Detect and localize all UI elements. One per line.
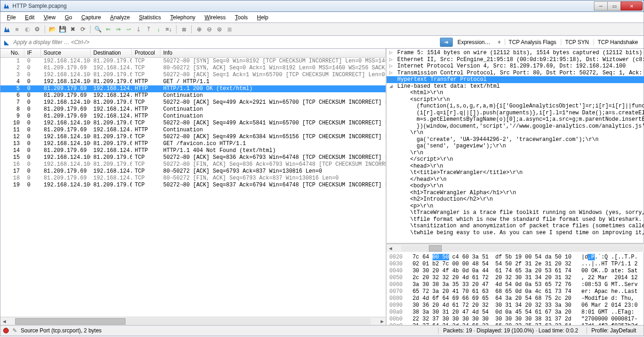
start-capture-icon[interactable] xyxy=(2,25,11,34)
hex-row[interactable]: 0030 02 01 b2 7c 00 00 48 54 54 50 2f 31… xyxy=(389,261,644,268)
tree-row[interactable]: <p>\r\n xyxy=(387,203,644,210)
packet-row[interactable]: 5081.209.179.69192.168.124.1…HTTPHTTP/1.… xyxy=(0,85,386,92)
jump-icon[interactable]: ⤻ xyxy=(124,25,133,34)
menu-view[interactable]: View xyxy=(40,13,59,22)
hex-row[interactable]: 00b0 22 32 37 30 30 30 30 30 30 30 30 30… xyxy=(389,316,644,323)
tree-row[interactable]: (function(i,s,o,g,r,a,m){i['GoogleAnalyt… xyxy=(387,103,644,110)
tree-row[interactable]: \r\n xyxy=(387,150,644,157)
menu-go[interactable]: Go xyxy=(61,13,76,22)
zoom-out-icon[interactable]: ⊖ xyxy=(205,25,214,34)
zoom-reset-icon[interactable]: ⊜ xyxy=(215,25,224,34)
col-dst[interactable]: Destination xyxy=(91,49,132,57)
menu-statistics[interactable]: Statistics xyxy=(135,13,165,22)
col-no[interactable]: No. xyxy=(0,49,24,57)
hex-row[interactable]: 0090 30 36 20 4d 61 72 20 32 30 31 34 20… xyxy=(389,302,644,309)
packet-row[interactable]: 40192.168.124.10081.209.179.69HTTPGET / … xyxy=(0,79,386,85)
packet-row[interactable]: 2081.209.179.69192.168.124.1…TCP80→50272… xyxy=(0,65,386,72)
menu-tools[interactable]: Tools xyxy=(231,13,251,22)
bookmark-icon[interactable]: ◣ xyxy=(2,38,11,46)
resize-columns-icon[interactable]: ⫼ xyxy=(225,25,234,34)
packet-row[interactable]: 30192.168.124.10081.209.179.69TCP50272→8… xyxy=(0,72,386,79)
packet-list-body[interactable]: 10192.168.124.10081.209.179.69TCP50272→8… xyxy=(0,58,386,317)
tree-row[interactable]: \tfile format which is now the standard … xyxy=(387,216,644,223)
filter-tcp-syn[interactable]: TCP SYN xyxy=(561,39,593,45)
edit-icon[interactable]: ✎ xyxy=(12,327,17,334)
restart-capture-icon[interactable]: ◐ xyxy=(23,25,32,34)
tree-row[interactable]: \tsanitization and anonymization of pack… xyxy=(387,223,644,230)
packet-tree[interactable]: ▷ Frame 5: 1514 bytes on wire (12112 bit… xyxy=(387,49,644,244)
reload-icon[interactable]: ⟳ xyxy=(78,25,87,34)
tree-row[interactable]: <h2>Introduction</h2>\r\n xyxy=(387,196,644,203)
hex-pane[interactable]: 0020 7c 64 00 50 c4 60 3a 51 df 5b 19 00… xyxy=(387,252,644,325)
apply-filter-button[interactable]: ➔ xyxy=(440,38,453,47)
tree-row[interactable]: \r\n xyxy=(387,129,644,136)
col-src[interactable]: Source xyxy=(41,49,91,57)
tree-row[interactable]: <head>\r\n xyxy=(387,163,644,170)
packet-row[interactable]: 17081.209.179.69192.168.124.1…TCP80→5027… xyxy=(0,168,386,175)
auto-scroll-icon[interactable]: ≡↓ xyxy=(164,25,173,34)
filter-tcp-flags[interactable]: TCP Analysis Flags xyxy=(505,39,560,45)
packet-row[interactable]: 120192.168.124.10081.209.179.69TCP50272→… xyxy=(0,134,386,140)
menu-edit[interactable]: Edit xyxy=(21,13,38,22)
close-file-icon[interactable]: ✖ xyxy=(68,25,77,34)
find-icon[interactable]: 🔍 xyxy=(93,25,103,34)
tree-row[interactable]: ▷ Transmission Control Protocol, Src Por… xyxy=(387,70,644,77)
hex-row[interactable]: 0060 3a 30 38 3a 35 33 20 47 4d 54 0d 0a… xyxy=(389,281,644,288)
tree-row[interactable]: <script>\r\n xyxy=(387,96,644,103)
tree-row[interactable]: \t<title>TraceWrangler</title>\r\n xyxy=(387,169,644,176)
col-if[interactable]: IF xyxy=(24,49,41,57)
colorize-icon[interactable]: ≣ xyxy=(179,25,188,34)
filter-tcp-handshake[interactable]: TCP Handshake xyxy=(593,39,642,45)
col-proto[interactable]: Protocol xyxy=(132,49,160,57)
goto-packet-icon[interactable]: ↓ xyxy=(154,25,163,34)
packet-row[interactable]: 6081.209.179.69192.168.124.1…HTTPContinu… xyxy=(0,92,386,99)
close-button[interactable]: ✕ xyxy=(621,1,643,11)
packet-row[interactable]: 10192.168.124.10081.209.179.69TCP50272→8… xyxy=(0,58,386,65)
hex-row[interactable]: 00c0 31 37 64 31 2d 34 66 33 66 38 33 35… xyxy=(389,323,644,325)
tree-row[interactable]: (i[r].q=i[r].q||[]).push(arguments)},i[r… xyxy=(387,110,644,117)
goto-last-icon[interactable]: ⤒ xyxy=(144,25,153,34)
packet-row[interactable]: 70192.168.124.10081.209.179.69TCP50272→8… xyxy=(0,99,386,106)
goto-first-icon[interactable]: ⤓ xyxy=(134,25,143,34)
hex-row[interactable]: 0080 2d 4d 6f 64 69 66 69 65 64 3a 20 54… xyxy=(389,295,644,302)
packet-row[interactable]: 11081.209.179.69192.168.124.1…HTTPContin… xyxy=(0,127,386,134)
tree-row[interactable]: })(window,document,'script','//www.googl… xyxy=(387,123,644,130)
hex-row[interactable]: 00a0 38 3a 30 31 20 47 4d 54 0d 0a 45 54… xyxy=(389,309,644,316)
tree-row[interactable]: ▷ Internet Protocol Version 4, Src: 81.2… xyxy=(387,63,644,70)
menu-help[interactable]: Help xyxy=(253,13,272,22)
packet-row[interactable]: 14081.209.179.69192.168.124.1…HTTPHTTP/1… xyxy=(0,147,386,154)
tree-row[interactable]: ▷ Ethernet II, Src: PcEngine_21:95:18 (0… xyxy=(387,56,644,63)
hex-row[interactable]: 0040 30 30 20 4f 4b 0d 0a 44 61 74 65 3a… xyxy=(389,268,644,275)
menu-telephony[interactable]: Telephony xyxy=(166,13,199,22)
tree-row[interactable]: <body>\r\n xyxy=(387,183,644,190)
tree-row[interactable]: ga('send', 'pageview');\r\n xyxy=(387,143,644,150)
expert-info-icon[interactable] xyxy=(3,328,9,333)
minimize-button[interactable]: ─ xyxy=(594,1,608,11)
status-profile[interactable]: Profile: JayDefault xyxy=(587,327,641,334)
scroll-left-icon[interactable]: ◀ xyxy=(0,318,8,325)
packet-row[interactable]: 160192.168.124.10081.209.179.69TCP50272→… xyxy=(0,161,386,168)
add-filter-button[interactable]: + xyxy=(495,39,504,45)
tree-row[interactable]: \twhile being easy to use. As you can se… xyxy=(387,230,644,236)
tree-row[interactable]: <html>\r\n xyxy=(387,90,644,96)
col-info[interactable]: Info xyxy=(160,49,386,57)
filter-input[interactable] xyxy=(11,38,439,47)
expression-button[interactable]: Expression… xyxy=(454,39,494,45)
packet-row[interactable]: 150192.168.124.10081.209.179.69TCP50272→… xyxy=(0,154,386,161)
tree-hscroll[interactable]: ◀ ▶ xyxy=(387,244,644,252)
tree-row[interactable]: </script>\r\n xyxy=(387,156,644,163)
menu-file[interactable]: File xyxy=(3,13,19,22)
hex-row[interactable]: 0050 2c 20 32 32 20 4d 61 72 20 32 30 31… xyxy=(389,275,644,281)
zoom-in-icon[interactable]: ⊕ xyxy=(194,25,204,34)
hex-row[interactable]: 0070 65 72 3a 20 41 70 61 63 68 65 0d 0a… xyxy=(389,288,644,295)
hex-row[interactable]: 0020 7c 64 00 50 c4 60 3a 51 df 5b 19 00… xyxy=(389,254,644,261)
tree-row[interactable]: ◢ Line-based text data: text/html xyxy=(387,83,644,90)
stop-capture-icon[interactable]: ■ xyxy=(12,25,22,34)
scroll-left-icon[interactable]: ◀ xyxy=(387,245,394,252)
packet-list-header[interactable]: No. IF Source Destination Protocol Info xyxy=(0,49,386,58)
options-icon[interactable]: ⚙ xyxy=(33,25,42,34)
packet-list-hscroll[interactable]: ◀ ▶ xyxy=(0,317,386,325)
packet-row[interactable]: 130192.168.124.10081.209.179.69HTTPGET /… xyxy=(0,140,386,147)
tree-row[interactable]: ga('create', 'UA-39444296-2', 'tracewran… xyxy=(387,136,644,143)
prev-icon[interactable]: ⇐ xyxy=(103,25,113,34)
